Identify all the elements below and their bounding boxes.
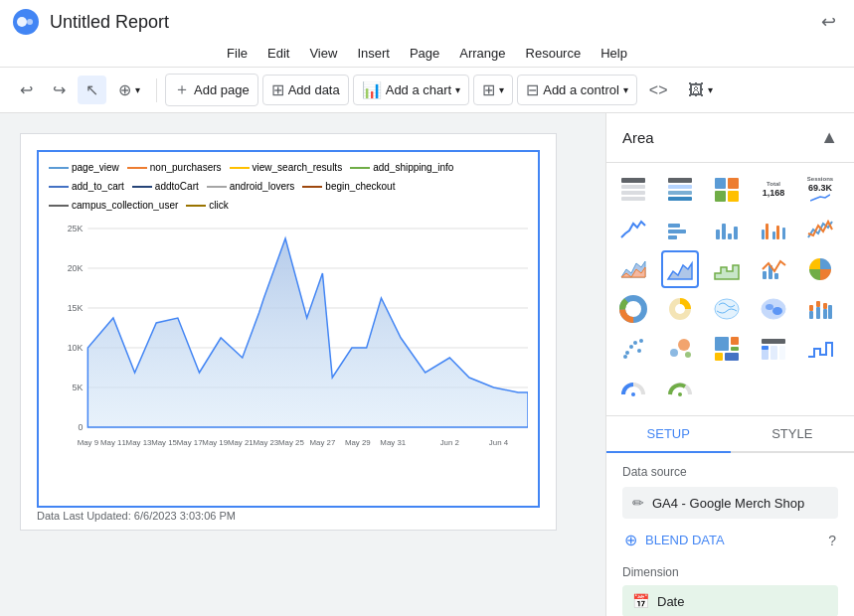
image-button[interactable]: 🖼 ▾ <box>680 77 721 104</box>
chart-type-donut[interactable] <box>614 290 652 328</box>
chart-type-combo[interactable] <box>755 250 792 288</box>
svg-text:May 17: May 17 <box>177 438 203 447</box>
chart-type-line[interactable] <box>801 211 839 248</box>
svg-point-85 <box>670 349 678 357</box>
svg-text:15K: 15K <box>68 303 84 313</box>
chart-type-area-selected[interactable] <box>661 250 699 288</box>
legend-label-add-to-cart: add_to_cart <box>72 181 124 192</box>
legend-color-page-view <box>49 167 69 169</box>
chart-type-bubble[interactable] <box>661 330 699 368</box>
blend-data-row[interactable]: ⊕ BLEND DATA ? <box>622 527 838 553</box>
svg-rect-39 <box>728 178 739 189</box>
data-source-label: Data source <box>622 465 838 479</box>
svg-point-99 <box>678 392 682 396</box>
chart-type-pivot[interactable] <box>755 330 792 368</box>
dimension-row[interactable]: 📅 Date <box>622 585 838 616</box>
svg-rect-38 <box>715 178 726 189</box>
chart-frame[interactable]: page_view non_purchasers view_search_res… <box>37 150 540 508</box>
add-page-button[interactable]: ＋ Add page <box>165 74 258 106</box>
chart-type-pie[interactable] <box>801 250 839 288</box>
legend-color-android-lovers <box>207 186 227 188</box>
tab-style[interactable]: STYLE <box>731 416 855 451</box>
svg-rect-78 <box>828 305 832 319</box>
zoom-button[interactable]: ⊕ ▾ <box>110 76 148 104</box>
chart-type-waterfall[interactable] <box>801 330 839 368</box>
svg-point-80 <box>629 345 633 349</box>
data-source-row[interactable]: ✏ GA4 - Google Merch Shop <box>622 487 838 519</box>
chart-type-scorecard-trend[interactable]: Sessions 69.3K <box>801 171 839 209</box>
add-chart-icon: 📊 <box>362 80 382 99</box>
chart-type-area-multi[interactable] <box>614 250 652 288</box>
legend-color-non-purchasers <box>127 167 147 169</box>
blend-help-icon[interactable]: ? <box>828 533 836 548</box>
chart-type-pie-donut2[interactable] <box>661 290 699 328</box>
svg-rect-42 <box>668 224 680 228</box>
chart-type-column[interactable] <box>708 211 746 248</box>
chart-type-scatter[interactable] <box>614 330 652 368</box>
svg-rect-37 <box>668 197 692 201</box>
canvas-area[interactable]: page_view non_purchasers view_search_res… <box>0 113 605 616</box>
title-row: Untitled Report ↩ <box>12 8 842 40</box>
global-undo-button[interactable]: ↩ <box>814 8 842 36</box>
chart-type-gauge2[interactable] <box>661 370 699 407</box>
svg-rect-51 <box>772 231 775 239</box>
svg-rect-49 <box>762 230 765 239</box>
svg-text:May 15: May 15 <box>151 438 177 447</box>
menu-page[interactable]: Page <box>408 42 441 65</box>
panel-header: Area ▲ <box>606 113 854 163</box>
chart-type-step-area[interactable] <box>708 250 746 288</box>
menu-file[interactable]: File <box>225 42 250 65</box>
code-icon: <> <box>649 81 668 99</box>
chart-type-bar[interactable] <box>661 211 699 248</box>
redo-icon: ↪ <box>53 80 66 99</box>
add-data-button[interactable]: ⊞ Add data <box>262 75 349 105</box>
menu-resource[interactable]: Resource <box>524 42 584 65</box>
svg-marker-57 <box>715 265 739 279</box>
legend-item-android-lovers: android_lovers <box>207 181 295 192</box>
add-control-icon: ⊟ <box>526 80 539 99</box>
svg-text:0: 0 <box>79 422 84 432</box>
tab-setup[interactable]: SETUP <box>606 416 731 453</box>
menu-edit[interactable]: Edit <box>265 42 291 65</box>
chart-type-grouped-column[interactable] <box>755 211 792 248</box>
add-element-button[interactable]: ⊞ ▾ <box>473 75 513 105</box>
blend-data-label: BLEND DATA <box>645 533 725 547</box>
menu-arrange[interactable]: Arrange <box>457 42 507 65</box>
chart-type-column-stacked[interactable] <box>801 290 839 328</box>
add-control-button[interactable]: ⊟ Add a control ▾ <box>517 75 637 105</box>
add-control-label: Add a control <box>543 82 619 97</box>
dimension-value: Date <box>657 594 684 609</box>
panel-collapse-button[interactable]: ▲ <box>820 127 838 148</box>
data-source-name: GA4 - Google Merch Shop <box>652 496 804 511</box>
legend-item-add-shipping: add_shipping_info <box>350 162 453 173</box>
menu-help[interactable]: Help <box>598 42 629 65</box>
chart-type-treemap[interactable] <box>708 330 746 368</box>
legend-item-click: click <box>186 200 228 211</box>
chart-container[interactable]: page_view non_purchasers view_search_res… <box>20 133 557 531</box>
panel-content: Data source ✏ GA4 - Google Merch Shop ⊕ … <box>606 453 854 616</box>
redo-button[interactable]: ↪ <box>45 76 74 104</box>
legend-label-android-lovers: android_lovers <box>230 181 295 192</box>
dimension-label: Dimension <box>622 565 838 579</box>
legend-label-begin-checkout: begin_checkout <box>325 181 395 192</box>
add-chart-button[interactable]: 📊 Add a chart ▾ <box>353 75 470 105</box>
svg-rect-92 <box>725 353 739 361</box>
chart-type-table-heatmap[interactable] <box>661 171 699 209</box>
menu-insert[interactable]: Insert <box>355 42 392 65</box>
select-button[interactable]: ↖ <box>78 76 106 104</box>
code-button[interactable]: <> <box>641 77 676 104</box>
chart-type-scorecard-table[interactable] <box>708 171 746 209</box>
chart-type-gauge[interactable] <box>614 370 652 407</box>
svg-point-67 <box>675 304 685 314</box>
svg-rect-76 <box>823 309 827 319</box>
undo-button[interactable]: ↩ <box>12 76 41 104</box>
add-data-label: Add data <box>288 82 340 97</box>
menu-view[interactable]: View <box>307 42 339 65</box>
chart-type-scorecard[interactable]: Total 1,168 <box>755 171 792 209</box>
legend-item-page-view: page_view <box>49 162 119 173</box>
chart-type-time-series[interactable] <box>614 211 652 248</box>
svg-rect-40 <box>715 191 726 202</box>
chart-type-geo-map[interactable] <box>708 290 746 328</box>
chart-type-filled-map[interactable] <box>755 290 792 328</box>
chart-type-table[interactable] <box>614 171 652 209</box>
